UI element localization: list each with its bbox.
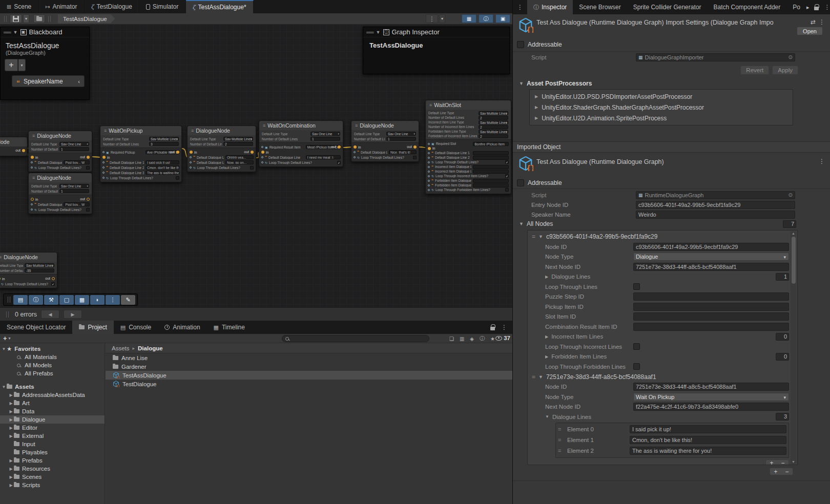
tree-arrow-icon[interactable]: ▶ [8, 393, 14, 397]
tree-folder-resources[interactable]: ▶Resources [0, 465, 105, 473]
line-field[interactable]: Nice, that's it! [389, 150, 417, 154]
foldout-arrow-icon[interactable]: ▼ [545, 414, 549, 419]
save-button[interactable] [10, 14, 22, 23]
port-icon[interactable] [428, 166, 430, 168]
property-dropdown[interactable]: Say Multiple Lines [149, 137, 179, 141]
tree-arrow-icon[interactable]: ▼ [1, 347, 7, 351]
port-icon[interactable] [428, 189, 430, 191]
port-icon[interactable] [261, 156, 263, 158]
node-title-bar[interactable]: ≡DialogueNode [0, 253, 57, 262]
graph-node-dialoguenode-8[interactable]: ≡DialogueNodeDefault Line TypeSay Multip… [0, 252, 57, 288]
tree-folder-addressableassetsdata[interactable]: ▶AddressableAssetsData [0, 391, 105, 399]
inspector-tab-sprite-collider-generator[interactable]: Sprite Collider Generator [627, 0, 708, 14]
port-icon[interactable] [190, 166, 192, 169]
line-field[interactable]: Psst boy... W [64, 202, 90, 206]
breadcrumb-root[interactable]: Assets [112, 345, 130, 351]
port-icon[interactable] [102, 166, 105, 169]
graph-node-dialoguenode-1[interactable]: ≡DialogueNodeDefault Line TypeSay One Li… [28, 131, 92, 172]
line-field[interactable] [473, 179, 509, 183]
breadcrumb[interactable]: TestAssDialogue [58, 14, 115, 24]
graph-toolbar-button-window-icon[interactable]: ▢ [59, 295, 74, 305]
row-field[interactable] [633, 323, 789, 331]
output-port[interactable]: out [331, 145, 341, 149]
tab-project[interactable]: Project [72, 321, 113, 334]
input-port[interactable] [31, 156, 34, 159]
toggle-blackboard-button[interactable]: ▣ [495, 14, 510, 23]
postprocessor-item[interactable]: ▶UnityEditor.ShaderGraph.ShaderGraphAsse… [530, 102, 793, 113]
add-element-button[interactable]: + [770, 468, 781, 475]
port-icon[interactable] [428, 143, 430, 145]
property-input[interactable]: 1 [59, 147, 89, 151]
graph-toolbar-button-info-icon[interactable]: ⓘ [29, 295, 43, 305]
property-input[interactable]: 1 [386, 137, 416, 141]
node-title-bar[interactable]: ≡WaitOnPickup [100, 126, 181, 135]
node-checkbox[interactable]: ✓ [505, 174, 509, 178]
line-field[interactable]: I need my meat :) [306, 155, 341, 159]
favorites-star-icon[interactable]: ★ [490, 336, 495, 342]
tree-folder-playables[interactable]: Playables [0, 448, 105, 456]
object-picker-icon[interactable]: ⊙ [789, 192, 793, 199]
property-input[interactable]: 2 [479, 134, 508, 138]
lock-icon[interactable] [490, 327, 495, 330]
file-row-testassdialogue[interactable]: {}TestAssDialogue [106, 371, 512, 380]
graph-toolbar-button-pen-icon[interactable]: ✎ [121, 295, 135, 305]
save-dropdown-button[interactable]: ▾ [23, 14, 29, 23]
line-field[interactable]: Cmon, don't be like this! [146, 165, 179, 170]
tree-arrow-icon[interactable]: ▶ [8, 409, 14, 414]
tree-assets-root[interactable]: ▼Assets [0, 383, 105, 391]
drag-handle-icon[interactable]: = [532, 373, 535, 381]
graph-toolbar-button-tools-icon[interactable]: ⚒ [44, 295, 58, 305]
revert-button[interactable]: Revert [740, 66, 769, 75]
row-field[interactable]: f22a475e-4c2f-41c6-9b73-6a83498abfe0 [633, 403, 789, 411]
foldout-arrow-icon[interactable]: ▼ [538, 234, 543, 239]
row-field[interactable]: 7251e73e-38d3-44ff-a8c5-bcf54088aaf1 [633, 263, 789, 271]
node-title-bar[interactable]: ≡DialogueNode [29, 173, 92, 182]
property-input[interactable]: 2 [479, 125, 508, 129]
graph-node-waitoncombination-4[interactable]: ≡WaitOnCombinationDefault Line TypeSay O… [259, 120, 343, 167]
kebab-icon[interactable]: ⋮ [819, 158, 825, 165]
port-icon[interactable] [354, 151, 356, 153]
tab-scroll-right-icon[interactable]: ▸ [806, 4, 810, 11]
node-checkbox[interactable] [86, 208, 90, 212]
graph-options-button[interactable]: ⋮ [426, 14, 438, 23]
blackboard-header[interactable]: ══ ▼ ▣ Blackboard [1, 27, 89, 37]
node-checkbox[interactable] [250, 166, 254, 170]
port-icon[interactable] [428, 175, 430, 177]
kebab-icon[interactable]: ⋮ [501, 324, 507, 331]
kebab-icon[interactable]: ⋮ [819, 18, 825, 26]
pane-kebab-icon[interactable]: ⋮ [513, 4, 527, 11]
all-nodes-count[interactable]: 7 [783, 220, 796, 228]
property-input[interactable]: 1 [310, 137, 340, 141]
row-field[interactable] [633, 303, 789, 311]
tree-favorite-all-materials[interactable]: All Materials [0, 353, 105, 361]
row-field[interactable] [633, 312, 789, 321]
row-dropdown[interactable]: Wait On Pickup [633, 393, 789, 401]
graph-toolbar-button-kebab-icon[interactable]: ⋮ [106, 295, 120, 305]
row-field[interactable]: c93b5606-401f-49a2-99b5-9ecbf1fa9c29 [633, 243, 789, 251]
file-row-testdialogue[interactable]: {}TestDialogue [106, 380, 512, 388]
graph-toolbar-button-script-lines-icon[interactable]: ▤ [13, 295, 28, 305]
port-icon[interactable] [31, 208, 33, 211]
tree-arrow-icon[interactable]: ▶ [8, 434, 14, 438]
tab-animation[interactable]: Animation [158, 321, 206, 334]
add-variable-button[interactable]: + [5, 59, 18, 71]
line-field[interactable] [473, 170, 509, 174]
tab-console[interactable]: ▤Console [114, 321, 158, 334]
port-icon[interactable] [354, 156, 356, 158]
node-title-bar[interactable]: ≡WaitOnSlot [426, 100, 511, 110]
line-field[interactable]: Psst boy... W [64, 160, 90, 164]
row-dropdown[interactable]: Dialogue [633, 253, 789, 261]
property-dropdown[interactable]: Say Multiple Lines [479, 120, 508, 124]
toolbar-drag-handle[interactable] [4, 16, 7, 22]
port-icon[interactable] [261, 161, 263, 163]
collapse-arrow-icon[interactable]: ▼ [376, 30, 381, 35]
tree-arrow-icon[interactable]: ▶ [8, 483, 14, 488]
port-icon[interactable] [428, 184, 430, 186]
foldout-arrow-icon[interactable]: ▶ [545, 334, 548, 339]
expand-chevron-icon[interactable]: ‹ [78, 78, 80, 85]
editor-tab-testdialogue[interactable]: ζTestDialogue [85, 0, 139, 13]
tree-arrow-icon[interactable]: ▶ [8, 417, 14, 422]
array-count-field[interactable]: 1 [776, 273, 789, 281]
node-checkbox[interactable] [505, 188, 509, 192]
tree-folder-art[interactable]: ▶Art [0, 399, 105, 407]
